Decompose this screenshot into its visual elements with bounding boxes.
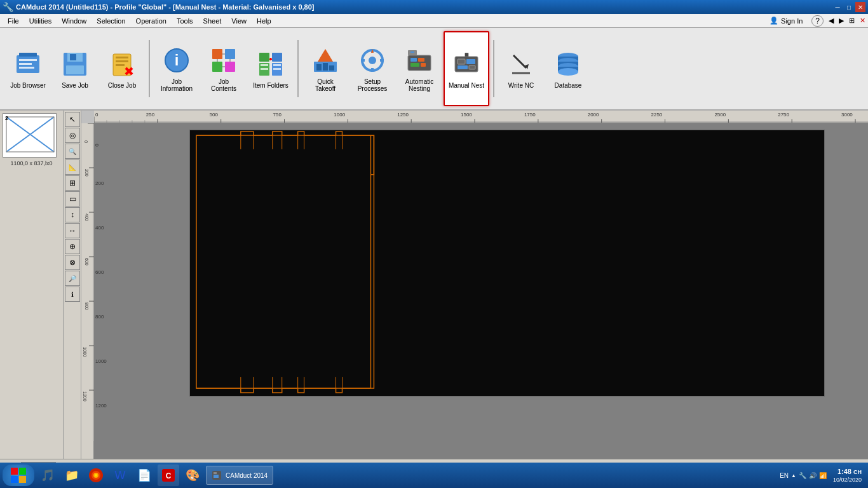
write-nc-button[interactable]: Write NC (498, 31, 544, 106)
svg-rect-8 (66, 65, 84, 74)
help-icon[interactable]: ? (811, 15, 824, 27)
tool-grid[interactable]: ⊞ (65, 175, 80, 191)
svg-rect-4 (19, 67, 34, 69)
svg-text:1750: 1750 (524, 112, 536, 118)
expand-icon[interactable]: ⊞ (849, 17, 855, 25)
database-icon (553, 49, 583, 79)
close-button[interactable]: ✕ (855, 2, 865, 12)
svg-text:2250: 2250 (651, 112, 663, 118)
taskbar-clock[interactable]: 1:48 CH 10/02/2020 (829, 467, 865, 484)
minimize-button[interactable]: ─ (832, 2, 843, 12)
job-browser-button[interactable]: Job Browser (5, 31, 51, 106)
toolbar-right-area: 👤 Sign In ? ◀ ▶ ⊞ ✕ (766, 15, 865, 27)
svg-rect-122 (190, 130, 824, 396)
taskbar-browser-icon[interactable] (85, 464, 107, 486)
svg-rect-49 (410, 51, 414, 53)
menu-sheet[interactable]: Sheet (198, 14, 227, 27)
time-display: 1:48 CH (833, 467, 862, 477)
tool-info[interactable]: ℹ (65, 287, 80, 302)
tool-zoom-fit[interactable]: 🔎 (65, 271, 80, 286)
svg-rect-51 (418, 58, 424, 62)
svg-text:C: C (166, 471, 172, 480)
nav-forward-icon[interactable]: ▶ (839, 17, 844, 25)
svg-text:250: 250 (146, 112, 155, 118)
svg-rect-38 (323, 63, 328, 71)
taskbar-word-icon[interactable]: W (109, 464, 131, 486)
svg-rect-58 (469, 65, 475, 69)
taskbar-camduct-icon[interactable]: C (158, 464, 179, 486)
svg-rect-20 (225, 62, 235, 72)
left-ruler-overlay: 0 200 400 600 800 1000 1200 (95, 142, 107, 435)
setup-processes-button[interactable]: Setup Processes (349, 31, 395, 106)
tool-rect[interactable]: ▭ (65, 191, 80, 207)
tool-zoom[interactable]: 🔍 (65, 144, 80, 159)
job-contents-button[interactable]: Job Contents (201, 31, 247, 106)
volume-icon[interactable]: 🔊 (809, 472, 817, 479)
maximize-button[interactable]: □ (844, 2, 854, 12)
manual-nest-button[interactable]: ▦ Manual Nest (444, 31, 489, 106)
svg-text:1250: 1250 (397, 112, 409, 118)
title-bar-left: 🔧 CAMduct 2014 (Untitled115) - Profile "… (3, 2, 314, 12)
menu-window[interactable]: Window (57, 14, 92, 27)
tool-circle[interactable]: ◎ (65, 128, 80, 143)
running-app[interactable]: CAMduct 2014 (206, 466, 273, 485)
svg-text:0: 0 (95, 112, 98, 118)
thumbnail-label: 1100,0 x 837,lx0 (3, 160, 60, 166)
toolbar: Job Browser Save Job Close Job (0, 28, 868, 111)
svg-rect-141 (11, 468, 18, 475)
menu-help[interactable]: Help (252, 14, 276, 27)
job-browser-label: Job Browser (10, 82, 46, 89)
sign-in-button[interactable]: 👤 Sign In (766, 15, 806, 26)
menu-operation[interactable]: Operation (131, 14, 172, 27)
taskbar-folder-icon[interactable]: 📁 (61, 464, 83, 486)
job-information-icon: i (161, 45, 192, 76)
menu-selection[interactable]: Selection (92, 14, 130, 27)
tray-up-arrow[interactable]: ▲ (791, 473, 796, 478)
tool-h-flip[interactable]: ↔ (65, 223, 80, 238)
svg-marker-36 (318, 49, 333, 62)
database-button[interactable]: Database (545, 31, 591, 106)
tool-remove[interactable]: ⊗ (65, 255, 80, 270)
job-contents-icon (208, 45, 239, 76)
tool-select[interactable]: ↖ (65, 112, 80, 127)
tool-add[interactable]: ⊕ (65, 239, 80, 254)
setup-processes-icon (357, 45, 388, 76)
taskbar-pdf-icon[interactable]: 📄 (133, 464, 155, 486)
thumbnail-item[interactable]: 2 (3, 113, 57, 158)
job-information-button[interactable]: i Job Information (154, 31, 200, 106)
canvas-area: 0 250 500 750 1000 1250 1500 1750 2000 2… (81, 111, 868, 459)
taskbar-media-icon[interactable]: 🎵 (37, 464, 58, 486)
close-app-icon[interactable]: ✕ (860, 17, 865, 25)
svg-rect-50 (410, 58, 417, 62)
title-text: CAMduct 2014 (Untitled115) - Profile "Gl… (16, 3, 314, 11)
tool-measure[interactable]: 📐 (65, 159, 80, 175)
separator-2 (297, 40, 299, 97)
svg-text:500: 500 (210, 112, 219, 118)
nav-back-icon[interactable]: ◀ (829, 17, 834, 25)
svg-text:0: 0 (84, 140, 88, 143)
thumb-number: 2 (5, 115, 8, 121)
save-job-icon (60, 49, 90, 79)
save-job-button[interactable]: Save Job (52, 31, 98, 106)
quick-takeoff-button[interactable]: Quick Takeoff (302, 31, 348, 106)
tool-v-flip[interactable]: ↕ (65, 207, 80, 222)
taskbar-paint-icon[interactable]: 🎨 (182, 464, 203, 486)
menu-utilities[interactable]: Utilities (24, 14, 57, 27)
job-information-label: Job Information (161, 78, 193, 92)
nest-canvas[interactable] (189, 130, 825, 396)
start-button[interactable] (3, 464, 34, 486)
save-job-label: Save Job (62, 82, 88, 89)
close-job-icon (107, 49, 137, 79)
menu-tools[interactable]: Tools (172, 14, 198, 27)
menu-bar: File Utilities Window Selection Operatio… (0, 14, 868, 28)
canvas-content: 0 200 400 600 800 1000 1200 (94, 123, 868, 459)
title-bar: 🔧 CAMduct 2014 (Untitled115) - Profile "… (0, 0, 868, 14)
close-job-button[interactable]: Close Job (99, 31, 145, 106)
svg-rect-39 (329, 65, 334, 71)
quick-takeoff-icon (310, 45, 341, 76)
menu-file[interactable]: File (3, 14, 24, 27)
svg-rect-43 (371, 68, 374, 72)
item-folders-button[interactable]: Item Folders (248, 31, 294, 106)
automatic-nesting-button[interactable]: Automatic Nesting (397, 31, 442, 106)
menu-view[interactable]: View (226, 14, 252, 27)
